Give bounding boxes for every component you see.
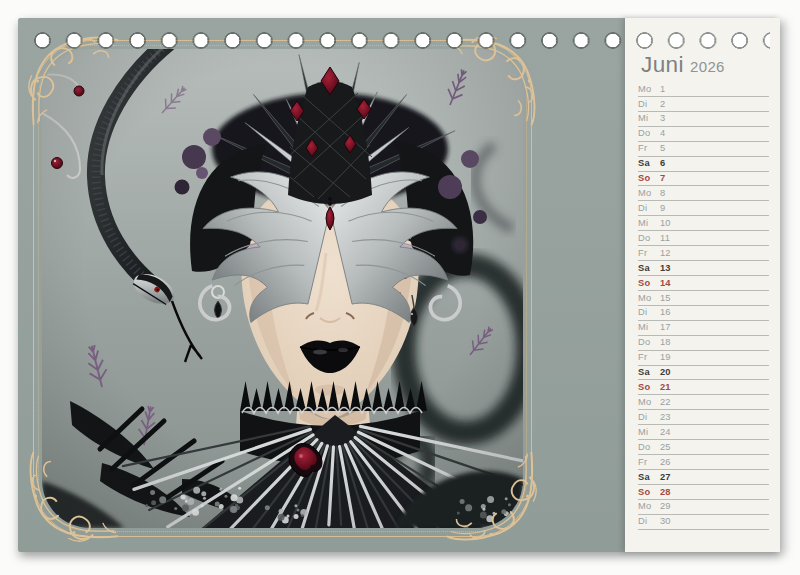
weekday-label: Di [638, 204, 655, 213]
weekday-label: Sa [638, 159, 655, 168]
day-row: So14 [638, 276, 769, 291]
month-label: Juni [641, 52, 684, 77]
day-number: 4 [660, 129, 665, 138]
calendar-artwork [42, 49, 523, 528]
day-row: Mo1 [638, 82, 769, 97]
day-number: 20 [660, 368, 671, 377]
day-number: 16 [660, 308, 671, 317]
day-row: Sa20 [638, 366, 769, 381]
day-row: Mi3 [638, 112, 769, 127]
day-number: 8 [660, 189, 665, 198]
weekday-label: Do [638, 338, 655, 347]
calendar-photo: Juni2026 Mo1Di2Mi3Do4Fr5Sa6So7Mo8Di9Mi10… [0, 0, 800, 575]
weekday-label: So [638, 174, 655, 183]
weekday-label: Sa [638, 264, 655, 273]
day-list: Mo1Di2Mi3Do4Fr5Sa6So7Mo8Di9Mi10Do11Fr12S… [638, 82, 769, 530]
day-row: Fr26 [638, 455, 769, 470]
day-number: 15 [660, 294, 671, 303]
day-row: Sa13 [638, 261, 769, 276]
day-number: 22 [660, 398, 671, 407]
weekday-label: So [638, 488, 655, 497]
day-number: 23 [660, 413, 671, 422]
weekday-label: Fr [638, 458, 655, 467]
day-row: Do18 [638, 336, 769, 351]
day-number: 21 [660, 383, 671, 392]
weekday-label: Mo [638, 294, 655, 303]
weekday-label: Di [638, 100, 655, 109]
day-number: 13 [660, 264, 671, 273]
weekday-label: So [638, 279, 655, 288]
day-row: Mo8 [638, 186, 769, 201]
binding-holes [33, 31, 770, 50]
day-number: 29 [660, 502, 671, 511]
day-row: So28 [638, 485, 769, 500]
day-row: Di23 [638, 410, 769, 425]
weekday-label: Sa [638, 368, 655, 377]
day-number: 28 [660, 488, 671, 497]
day-row: Di30 [638, 515, 769, 530]
year-label: 2026 [690, 58, 725, 75]
day-row: Fr5 [638, 142, 769, 157]
day-row: Mo15 [638, 291, 769, 306]
day-row: Do25 [638, 440, 769, 455]
weekday-label: Do [638, 234, 655, 243]
day-row: Sa6 [638, 157, 769, 172]
ornate-frame [33, 40, 532, 537]
day-row: Mi10 [638, 216, 769, 231]
weekday-label: Fr [638, 353, 655, 362]
day-number: 18 [660, 338, 671, 347]
weekday-label: Mo [638, 85, 655, 94]
weekday-label: So [638, 383, 655, 392]
weekday-label: Mo [638, 502, 655, 511]
day-row: Mo29 [638, 500, 769, 515]
day-number: 7 [660, 174, 665, 183]
weekday-label: Mi [638, 114, 655, 123]
day-row: So21 [638, 380, 769, 395]
day-number: 17 [660, 323, 671, 332]
weekday-label: Mo [638, 398, 655, 407]
vignette [42, 49, 523, 528]
day-row: Di16 [638, 306, 769, 321]
day-number: 11 [660, 234, 670, 243]
weekday-label: Fr [638, 144, 655, 153]
day-number: 26 [660, 458, 671, 467]
weekday-label: Mo [638, 189, 655, 198]
day-number: 6 [660, 159, 665, 168]
notes-panel: Juni2026 Mo1Di2Mi3Do4Fr5Sa6So7Mo8Di9Mi10… [625, 18, 780, 552]
day-row: Mi17 [638, 321, 769, 336]
day-number: 12 [660, 249, 671, 258]
day-number: 5 [660, 144, 665, 153]
day-row: Mi24 [638, 425, 769, 440]
day-row: Fr19 [638, 351, 769, 366]
day-number: 10 [660, 219, 671, 228]
day-number: 3 [660, 114, 665, 123]
weekday-label: Di [638, 308, 655, 317]
day-number: 27 [660, 473, 671, 482]
weekday-label: Mi [638, 323, 655, 332]
day-number: 19 [660, 353, 671, 362]
day-row: So7 [638, 172, 769, 187]
day-row: Fr12 [638, 246, 769, 261]
weekday-label: Di [638, 413, 655, 422]
day-number: 2 [660, 100, 665, 109]
day-row: Di2 [638, 97, 769, 112]
day-row: Sa27 [638, 470, 769, 485]
day-number: 30 [660, 517, 671, 526]
day-number: 24 [660, 428, 671, 437]
weekday-label: Do [638, 129, 655, 138]
calendar-sheet: Juni2026 Mo1Di2Mi3Do4Fr5Sa6So7Mo8Di9Mi10… [18, 18, 780, 552]
weekday-label: Sa [638, 473, 655, 482]
day-row: Do11 [638, 231, 769, 246]
day-number: 25 [660, 443, 671, 452]
day-row: Di9 [638, 201, 769, 216]
weekday-label: Do [638, 443, 655, 452]
weekday-label: Di [638, 517, 655, 526]
day-number: 14 [660, 279, 671, 288]
weekday-label: Mi [638, 219, 655, 228]
day-row: Do4 [638, 127, 769, 142]
month-title: Juni2026 [641, 52, 725, 78]
weekday-label: Mi [638, 428, 655, 437]
day-number: 1 [660, 85, 665, 94]
weekday-label: Fr [638, 249, 655, 258]
day-number: 9 [660, 204, 665, 213]
